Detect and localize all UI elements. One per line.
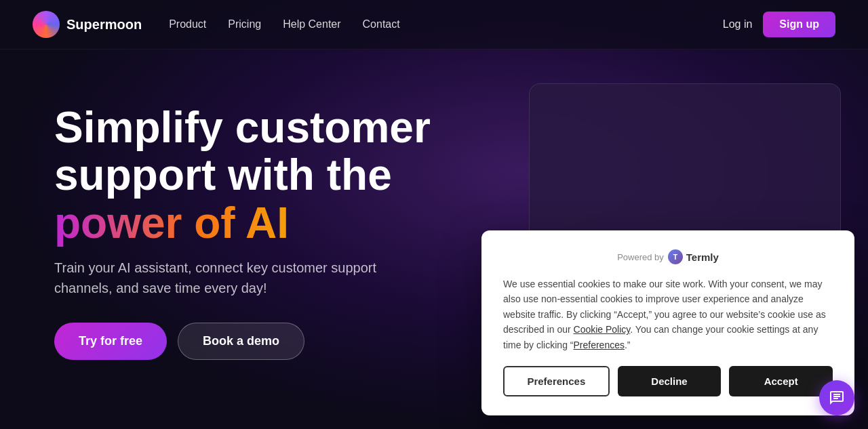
logo-text: Supermoon (66, 17, 142, 33)
hero-title-gradient: power of AI (54, 199, 289, 247)
nav-right: Log in Sign up (723, 12, 835, 37)
hero-title: Simplify customer support with the power… (54, 104, 502, 247)
book-demo-button[interactable]: Book a demo (178, 323, 304, 360)
preferences-button[interactable]: Preferences (503, 366, 610, 396)
nav-link-product[interactable]: Product (169, 18, 206, 30)
cookie-action-buttons: Preferences Decline Accept (503, 366, 833, 396)
logo-icon (33, 11, 60, 38)
hero-subtitle: Train your AI assistant, connect key cus… (54, 258, 434, 298)
try-free-button[interactable]: Try for free (54, 323, 167, 360)
preferences-inline-link[interactable]: Preferences (573, 340, 624, 350)
cookie-text-end: .” (625, 340, 631, 350)
hero-title-line1: Simplify customer (54, 103, 431, 152)
cookie-powered-by: Powered by T Termly (503, 249, 833, 264)
nav-link-help-center[interactable]: Help Center (283, 18, 340, 30)
hero-left: Simplify customer support with the power… (54, 90, 502, 360)
cookie-body-text: We use essential cookies to make our sit… (503, 277, 833, 352)
accept-button[interactable]: Accept (729, 366, 833, 396)
nav-links: Product Pricing Help Center Contact (169, 18, 400, 30)
termly-name: Termly (686, 251, 719, 263)
hero-buttons: Try for free Book a demo (54, 323, 502, 360)
navbar: Supermoon Product Pricing Help Center Co… (0, 0, 868, 49)
hero-title-line2: support with the (54, 150, 392, 199)
signup-button[interactable]: Sign up (763, 12, 835, 37)
termly-logo: T Termly (668, 249, 719, 264)
decline-button[interactable]: Decline (618, 366, 722, 396)
nav-link-contact[interactable]: Contact (363, 18, 400, 30)
chat-button[interactable] (819, 380, 854, 415)
nav-link-pricing[interactable]: Pricing (228, 18, 261, 30)
cookie-policy-link[interactable]: Cookie Policy (574, 324, 631, 335)
login-button[interactable]: Log in (723, 18, 753, 30)
chat-icon (829, 390, 845, 406)
powered-by-label: Powered by (617, 252, 664, 262)
cookie-banner: Powered by T Termly We use essential coo… (481, 230, 854, 415)
termly-icon: T (668, 249, 683, 264)
nav-left: Supermoon Product Pricing Help Center Co… (33, 11, 400, 38)
logo-link[interactable]: Supermoon (33, 11, 142, 38)
